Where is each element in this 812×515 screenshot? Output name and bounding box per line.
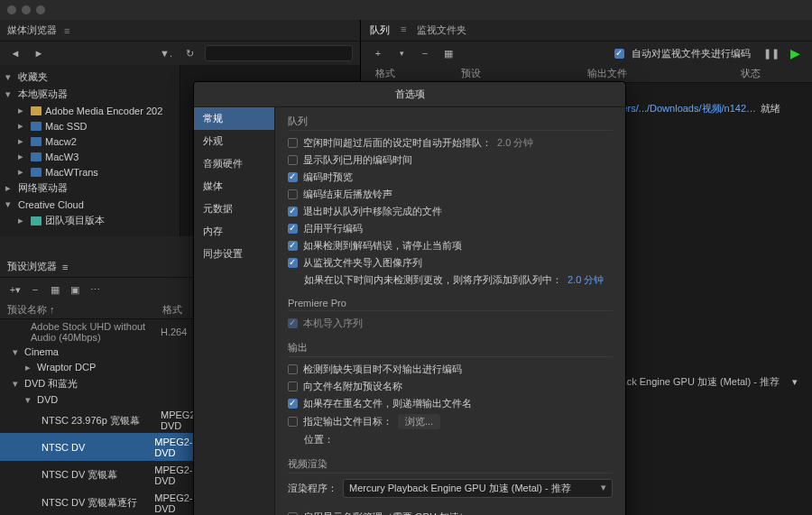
option-checkbox[interactable] [288,364,298,374]
option-checkbox[interactable] [288,172,298,182]
option-row: 如果存在重名文件，则递增输出文件名 [288,395,613,412]
browse-button[interactable]: 浏览... [398,414,440,429]
prefs-tab-5[interactable]: 内存 [194,220,274,243]
pp-native-import-label: 本机导入序列 [303,317,363,330]
renderer-select[interactable]: Mercury Playback Engine GPU 加速 (Metal) -… [343,479,613,498]
option-checkbox[interactable] [288,241,298,251]
option-row: 如果检测到解码错误，请停止当前项 [288,237,613,254]
option-row: 空闲时间超过后面的设定时自动开始排队：2.0 分钟 [288,134,613,152]
color-mgmt-row: 启用显示色彩管理（需要 GPU 加速） [288,509,613,515]
prefs-sidebar: 常规外观音频硬件媒体元数据内存同步设置 [194,107,275,515]
option-label: 向文件名附加预设名称 [303,380,402,393]
prefs-tab-0[interactable]: 常规 [194,107,274,130]
option-suffix: 2.0 分钟 [497,136,533,150]
queue-note-value[interactable]: 2.0 分钟 [567,273,604,287]
dialog-title: 首选项 [194,82,625,107]
option-label: 编码时预览 [303,170,353,184]
prefs-tab-3[interactable]: 媒体 [194,175,274,198]
queue-note-text: 如果在以下时间内未检测到更改，则将序列添加到队列中： [304,273,562,287]
output-target-checkbox[interactable] [288,417,298,427]
prefs-tab-1[interactable]: 外观 [194,130,274,152]
prefs-tab-2[interactable]: 音频硬件 [194,152,274,175]
renderer-row: 渲染程序： Mercury Playback Engine GPU 加速 (Me… [288,477,613,500]
option-label: 从监视文件夹导入图像序列 [303,256,422,270]
prefs-content: 队列 空闲时间超过后面的设定时自动开始排队：2.0 分钟显示队列已用的编码时间编… [275,107,625,515]
output-target-label: 指定输出文件目标： [303,415,392,428]
location-row: 位置： [288,431,613,448]
option-checkbox[interactable] [288,382,298,391]
option-checkbox[interactable] [288,399,298,409]
option-label: 编码结束后播放铃声 [303,188,392,201]
section-premiere: Premiere Pro [288,298,613,311]
prefs-tab-4[interactable]: 元数据 [194,198,274,220]
renderer-label: 渲染程序： [288,482,337,495]
color-mgmt-label: 启用显示色彩管理（需要 GPU 加速） [303,510,469,515]
option-row: 从监视文件夹导入图像序列 [288,254,613,271]
option-checkbox[interactable] [288,207,298,216]
queue-note-row: 如果在以下时间内未检测到更改，则将序列添加到队列中： 2.0 分钟 [288,271,613,289]
option-row: 启用平行编码 [288,220,613,237]
option-checkbox[interactable] [288,138,298,148]
prefs-tab-6[interactable]: 同步设置 [194,243,274,265]
option-row: 显示队列已用的编码时间 [288,152,613,169]
section-queue: 队列 [288,115,613,131]
option-checkbox[interactable] [288,155,298,165]
option-row: 编码时预览 [288,169,613,186]
section-output: 输出 [288,341,613,357]
option-checkbox[interactable] [288,258,298,268]
option-row: 检测到缺失项目时不对输出进行编码 [288,361,613,378]
option-label: 如果检测到解码错误，请停止当前项 [303,239,462,253]
option-row: 退出时从队列中移除完成的文件 [288,203,613,220]
location-label: 位置： [304,433,334,446]
option-label: 启用平行编码 [303,222,363,235]
option-label: 空闲时间超过后面的设定时自动开始排队： [303,136,492,150]
option-checkbox[interactable] [288,189,298,199]
option-label: 如果存在重名文件，则递增输出文件名 [303,397,472,410]
option-row: 编码结束后播放铃声 [288,186,613,203]
section-render: 视频渲染 [288,457,613,474]
option-label: 检测到缺失项目时不对输出进行编码 [303,363,462,376]
pp-native-import-row: 本机导入序列 [288,315,613,332]
modal-overlay: 首选项 常规外观音频硬件媒体元数据内存同步设置 队列 空闲时间超过后面的设定时自… [0,0,812,515]
option-checkbox[interactable] [288,224,298,234]
preferences-dialog: 首选项 常规外观音频硬件媒体元数据内存同步设置 队列 空闲时间超过后面的设定时自… [193,81,626,515]
option-label: 退出时从队列中移除完成的文件 [303,205,442,218]
output-target-row: 指定输出文件目标： 浏览... [288,412,613,431]
renderer-value: Mercury Playback Engine GPU 加速 (Metal) -… [349,483,571,493]
option-row: 向文件名附加预设名称 [288,378,613,395]
option-label: 显示队列已用的编码时间 [303,153,412,167]
pp-native-import-checkbox [288,318,298,328]
